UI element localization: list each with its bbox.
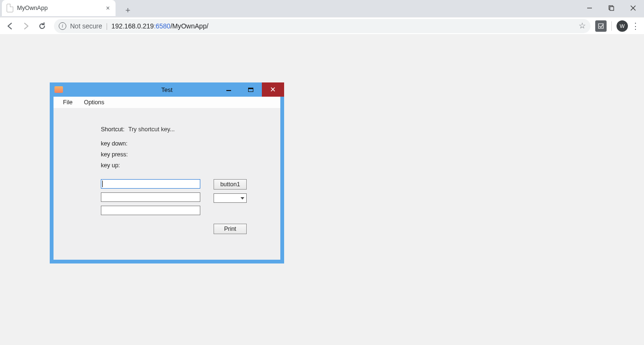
app-window: Test ✕ File Options Shortcut: Try shortc… bbox=[50, 82, 284, 263]
app-titlebar[interactable]: Test ✕ bbox=[50, 82, 284, 97]
browser-menu-icon[interactable]: ⋮ bbox=[630, 19, 641, 33]
browser-close-button[interactable] bbox=[622, 0, 644, 16]
app-maximize-button[interactable] bbox=[240, 82, 262, 97]
app-close-button[interactable]: ✕ bbox=[262, 82, 284, 97]
label-shortcut: Shortcut: bbox=[101, 126, 125, 133]
forward-button[interactable] bbox=[19, 19, 33, 33]
app-icon bbox=[54, 86, 63, 93]
browser-maximize-button[interactable] bbox=[600, 0, 622, 16]
tab-strip: MyOwnApp × + bbox=[0, 0, 644, 17]
bookmark-star-icon[interactable]: ☆ bbox=[579, 21, 586, 31]
tab-title: MyOwnApp bbox=[17, 5, 101, 11]
reload-button[interactable] bbox=[35, 19, 49, 33]
extension-icon[interactable] bbox=[595, 20, 607, 32]
label-keypress: key press: bbox=[101, 151, 128, 158]
security-label: Not secure bbox=[70, 22, 102, 30]
menu-file[interactable]: File bbox=[57, 97, 78, 108]
info-icon[interactable]: i bbox=[59, 22, 66, 30]
svg-rect-2 bbox=[610, 7, 614, 10]
page-viewport: Test ✕ File Options Shortcut: Try shortc… bbox=[0, 34, 644, 345]
page-icon bbox=[7, 4, 13, 12]
shortcut-hint: Try shortcut key... bbox=[128, 126, 175, 133]
text-input-1[interactable] bbox=[101, 179, 200, 189]
app-title: Test bbox=[161, 86, 173, 93]
app-client-area: File Options Shortcut: Try shortcut key.… bbox=[54, 97, 280, 260]
print-button[interactable]: Print bbox=[214, 224, 247, 234]
text-input-3[interactable] bbox=[101, 206, 200, 215]
window-controls bbox=[579, 0, 644, 16]
label-keydown: key down: bbox=[101, 140, 127, 147]
browser-toolbar: i Not secure | 192.168.0.219:6580/MyOwnA… bbox=[0, 17, 644, 34]
back-button[interactable] bbox=[3, 19, 17, 33]
separator bbox=[611, 21, 612, 31]
button1[interactable]: button1 bbox=[214, 179, 247, 190]
url-text: 192.168.0.219:6580/MyOwnApp/ bbox=[111, 22, 208, 30]
form-area: Shortcut: Try shortcut key... key down: … bbox=[54, 108, 280, 260]
app-window-controls: ✕ bbox=[217, 82, 284, 97]
new-tab-button[interactable]: + bbox=[121, 4, 134, 17]
text-input-2[interactable] bbox=[101, 192, 200, 202]
combo-box[interactable] bbox=[214, 193, 247, 203]
tab-close-icon[interactable]: × bbox=[105, 4, 111, 12]
chevron-down-icon bbox=[241, 197, 244, 200]
browser-minimize-button[interactable] bbox=[579, 0, 600, 16]
address-bar[interactable]: i Not secure | 192.168.0.219:6580/MyOwnA… bbox=[54, 19, 590, 33]
divider: | bbox=[106, 22, 108, 30]
profile-avatar[interactable]: W bbox=[617, 20, 628, 32]
label-keyup: key up: bbox=[101, 162, 120, 169]
browser-tab[interactable]: MyOwnApp × bbox=[2, 0, 116, 16]
app-menubar: File Options bbox=[54, 97, 280, 108]
browser-chrome: MyOwnApp × + i Not secure | 192.168.0.21… bbox=[0, 0, 644, 34]
app-minimize-button[interactable] bbox=[217, 82, 240, 97]
menu-options[interactable]: Options bbox=[78, 97, 110, 108]
